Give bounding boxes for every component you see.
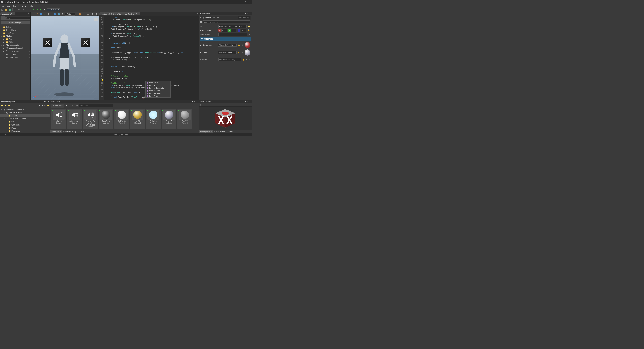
tree-arrow[interactable]: ▶ [1, 26, 2, 28]
tree-item[interactable]: ▶📁Assets* [0, 114, 50, 117]
pin-icon[interactable]: ⇱ [247, 13, 248, 15]
tree-arrow[interactable]: ▼ [3, 112, 5, 114]
camera-icon[interactable] [86, 13, 90, 16]
tree-item[interactable]: ▶📁GlobalLights› [0, 29, 30, 32]
close-icon[interactable]: ✕ [138, 13, 139, 15]
grid-icon[interactable]: ▦ [200, 21, 202, 23]
asset-item[interactable]: BodyWhiteMaterial [114, 109, 129, 129]
redo-icon[interactable]: ↷ [18, 9, 20, 11]
pin-icon[interactable]: ⇱ [194, 101, 196, 103]
search-properties-input[interactable] [203, 21, 250, 24]
tree-arrow[interactable]: ▼ [1, 36, 2, 37]
camera-settings-icon[interactable]: ⚙📷 [95, 13, 98, 16]
folder-icon[interactable]: 📁 [4, 104, 7, 107]
tree-item[interactable]: 📁Player [0, 126, 50, 129]
pin-icon[interactable]: ⇱ [247, 100, 248, 103]
minimize-button[interactable]: — [240, 0, 244, 4]
tree-item[interactable]: 📁Gameplay [0, 123, 50, 126]
settings-icon[interactable]: ⚙ [91, 13, 94, 16]
material-value-input[interactable] [218, 44, 237, 47]
play-debug-icon[interactable]: ▶ [40, 9, 42, 11]
hand-icon[interactable]: ✋ [238, 44, 240, 46]
tab-coinscript[interactable]: TopDownRPG.Game/Gameplay/CoinScript* ✕ [100, 13, 140, 16]
add-asset-button[interactable]: + Add asset [51, 104, 64, 108]
close-icon[interactable]: ✕ [196, 101, 198, 103]
viewport-3d[interactable] [30, 17, 99, 100]
pivot-z-input[interactable] [241, 29, 246, 32]
tab-asset-view[interactable]: Asset view [50, 130, 62, 133]
tree-arrow[interactable]: ▶ [1, 32, 2, 34]
tree-item[interactable]: ▶CameraTarget› [0, 50, 30, 53]
menu-view[interactable]: View [22, 5, 26, 7]
tab-dropdown-icon[interactable]: ▾ [196, 13, 198, 15]
intellisense-item[interactable]: FromTicks [146, 95, 170, 98]
close-icon[interactable]: ✕ [12, 13, 14, 15]
dropdown-icon[interactable]: ▾ [192, 101, 193, 103]
menu-file[interactable]: File [1, 5, 4, 7]
skeleton-input[interactable] [218, 58, 241, 61]
tab-output[interactable]: Output [77, 130, 85, 133]
tree-item[interactable]: ▼TopDownRPG* [0, 111, 50, 114]
view-mode-icon[interactable]: ▦ [200, 104, 201, 106]
light-icon[interactable]: ☼ [82, 13, 86, 16]
materials-section-header[interactable]: ▼ Materials [200, 37, 251, 41]
tree-item[interactable]: ⚙Highlight› [0, 53, 30, 56]
tree-item[interactable]: ⚙GameLogic› [0, 56, 30, 59]
snap-value[interactable]: 1 [47, 13, 50, 16]
add-tag-button[interactable]: Add new tag [238, 17, 250, 19]
tree-item[interactable]: ▶📁Coins› [0, 26, 30, 29]
edit-icon[interactable]: ✎ [242, 44, 243, 46]
chevron-right-icon[interactable]: ▶ [200, 52, 201, 53]
lock-icon[interactable]: 🔒 [248, 29, 250, 31]
code-icon[interactable] [23, 9, 26, 11]
menu-help[interactable]: Help [29, 5, 33, 7]
tree-arrow[interactable]: ▶ [1, 29, 2, 31]
asset-item[interactable]: GridMTMaterial [178, 109, 192, 129]
code-editor[interactable]: 49 50 51 52 53 54 55 56 57 58 59 60 61 6… [99, 16, 199, 100]
tree-item[interactable]: ▶📁Walls› [0, 41, 30, 44]
add-entity-button[interactable]: + [1, 16, 5, 20]
close-icon[interactable]: ✕ [249, 100, 250, 103]
tree-item[interactable]: ▼◈Solution 'TopDownRPG' [0, 108, 50, 111]
tab-mainscene[interactable]: MainScene* ✕ [0, 13, 15, 16]
preview-viewport[interactable] [199, 107, 252, 130]
tree-item[interactable]: 📁Properties [0, 129, 50, 132]
chevron-down-icon[interactable]: ▼ [50, 13, 52, 15]
tree-arrow[interactable]: ▶ [6, 115, 8, 117]
tree-item[interactable]: ▶📁Grid› [0, 38, 30, 41]
intellisense-item[interactable]: FromHours [146, 84, 170, 87]
tab-action-history[interactable]: Action history [213, 130, 226, 133]
maximize-button[interactable]: ❐ [244, 0, 247, 4]
tab-asset-errors[interactable]: Asset errors (0) [62, 130, 77, 133]
undo-icon[interactable]: ↶ [14, 9, 16, 11]
tree-item[interactable]: ▶MannequinModel› [0, 47, 30, 50]
history-icon[interactable]: ◷ [203, 17, 204, 19]
browse-icon[interactable]: 📁 [248, 25, 250, 27]
asset-item[interactable]: coin_getSound [51, 109, 66, 129]
hand-icon[interactable]: ✋ [238, 52, 240, 54]
world-icon[interactable] [53, 13, 56, 16]
expand-icon[interactable]: ⊞ [42, 104, 43, 107]
cube-icon[interactable] [57, 13, 60, 16]
tree-arrow[interactable]: ▼ [3, 118, 5, 120]
edit-icon[interactable]: ✎ [242, 52, 243, 54]
tree-item[interactable]: 📁Core [0, 120, 50, 123]
dropdown-icon[interactable]: ▾ [44, 101, 45, 103]
hand-icon[interactable]: ✋ [242, 59, 244, 61]
grid-toggle-icon[interactable]: ⚙ [61, 13, 64, 16]
platform-selector[interactable]: Windows [47, 9, 60, 11]
viewport-box-icon[interactable] [94, 18, 98, 21]
viewport-mode-selector[interactable]: Editor ▼ [65, 13, 75, 16]
snap-icon[interactable] [43, 13, 46, 16]
tree-arrow[interactable]: ▼ [1, 109, 2, 111]
build-icon[interactable] [32, 9, 35, 11]
tree-arrow[interactable]: ▶ [3, 42, 5, 43]
folder-icon[interactable]: 📁 [47, 104, 50, 107]
lightbulb-icon[interactable]: 💡 [102, 79, 104, 82]
asset-filter-input[interactable] [79, 104, 113, 107]
tree-item[interactable]: ▼▪TopDownRPG.Game [0, 117, 50, 120]
tree-arrow[interactable]: ▶ [3, 39, 5, 40]
intellisense-item[interactable]: FromDays [146, 81, 170, 84]
play-icon[interactable]: ▶ [36, 9, 39, 11]
folder-icon[interactable]: 📁 [8, 104, 10, 107]
